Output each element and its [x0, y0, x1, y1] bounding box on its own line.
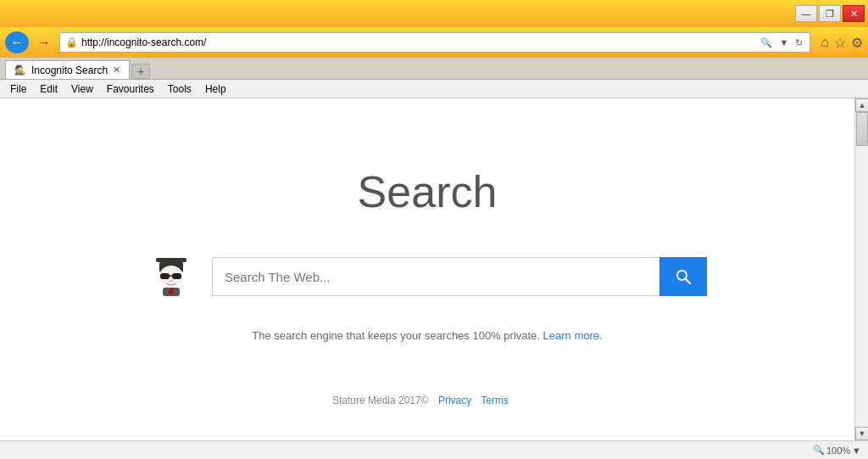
close-button[interactable]: ✕	[843, 5, 865, 22]
scroll-down-button[interactable]: ▼	[855, 427, 868, 440]
menu-favourites[interactable]: Favourites	[100, 81, 161, 97]
window-controls: — ❐ ✕	[795, 5, 865, 22]
svg-line-10	[686, 279, 691, 284]
zoom-icon: 🔍	[813, 445, 825, 456]
minimize-button[interactable]: —	[795, 5, 817, 22]
tagline-text: The search engine that keeps your search…	[252, 329, 602, 342]
search-icon	[675, 268, 692, 285]
svg-rect-3	[160, 273, 170, 279]
tab-bar: 🕵 Incognito Search ✕ +	[0, 58, 868, 80]
svg-rect-4	[172, 273, 181, 279]
tab-favicon: 🕵	[14, 64, 26, 76]
address-input[interactable]	[81, 36, 755, 48]
nav-bar: ← → 🔒 🔍 ▼ ↻ ⌂ ☆ ⚙	[0, 27, 868, 58]
privacy-link[interactable]: Privacy	[438, 395, 471, 406]
restore-button[interactable]: ❐	[819, 5, 841, 22]
address-bar[interactable]: 🔒 🔍 ▼ ↻	[59, 32, 810, 53]
new-tab-button[interactable]: +	[131, 64, 150, 79]
scroll-up-button[interactable]: ▲	[855, 98, 868, 112]
copyright: Stature Media 2017©	[332, 395, 429, 406]
nav-right-buttons: ⌂ ☆ ⚙	[821, 35, 863, 51]
menu-view[interactable]: View	[64, 81, 100, 97]
scroll-track[interactable]	[855, 112, 868, 427]
settings-button[interactable]: ⚙	[851, 35, 863, 51]
favorites-button[interactable]: ☆	[834, 35, 846, 51]
menu-help[interactable]: Help	[198, 81, 233, 97]
scroll-thumb[interactable]	[856, 112, 868, 146]
content-area: Search	[0, 98, 868, 440]
zoom-indicator: 🔍 100% ▼	[813, 445, 861, 456]
back-button[interactable]: ←	[5, 31, 29, 53]
svg-rect-0	[156, 258, 186, 262]
mascot-image	[147, 251, 198, 302]
lock-icon: 🔒	[65, 36, 78, 48]
title-bar: — ❐ ✕	[0, 0, 868, 27]
home-button[interactable]: ⌂	[821, 35, 829, 50]
refresh-icon[interactable]: ↻	[793, 37, 804, 48]
forward-button[interactable]: →	[32, 31, 56, 53]
scrollbar: ▲ ▼	[854, 98, 868, 440]
search-address-icon[interactable]: 🔍	[759, 37, 774, 48]
search-input[interactable]	[212, 257, 659, 296]
status-bar: 🔍 100% ▼	[0, 440, 868, 459]
menu-bar: File Edit View Favourites Tools Help	[0, 80, 868, 98]
terms-link[interactable]: Terms	[481, 395, 509, 406]
content-wrapper: Search	[0, 98, 854, 440]
menu-edit[interactable]: Edit	[33, 81, 64, 97]
search-row	[147, 251, 707, 302]
zoom-level: 100%	[826, 445, 850, 456]
browser-window: — ❐ ✕ ← → 🔒 🔍 ▼ ↻ ⌂ ☆ ⚙ 🕵 Incognito Sear…	[0, 0, 868, 459]
tab-incognito-search[interactable]: 🕵 Incognito Search ✕	[5, 60, 130, 79]
page-content: Search	[0, 98, 854, 440]
dropdown-icon[interactable]: ▼	[777, 37, 790, 48]
footer: Stature Media 2017© Privacy Terms	[0, 395, 841, 406]
tab-label: Incognito Search	[31, 64, 108, 76]
tab-close-button[interactable]: ✕	[113, 64, 120, 76]
menu-file[interactable]: File	[3, 81, 33, 97]
page-title: Search	[358, 166, 498, 217]
learn-more-link[interactable]: Learn more.	[543, 329, 603, 342]
menu-tools[interactable]: Tools	[161, 81, 198, 97]
svg-point-6	[170, 280, 173, 283]
search-button[interactable]	[659, 257, 707, 296]
zoom-dropdown-icon[interactable]: ▼	[852, 445, 861, 456]
